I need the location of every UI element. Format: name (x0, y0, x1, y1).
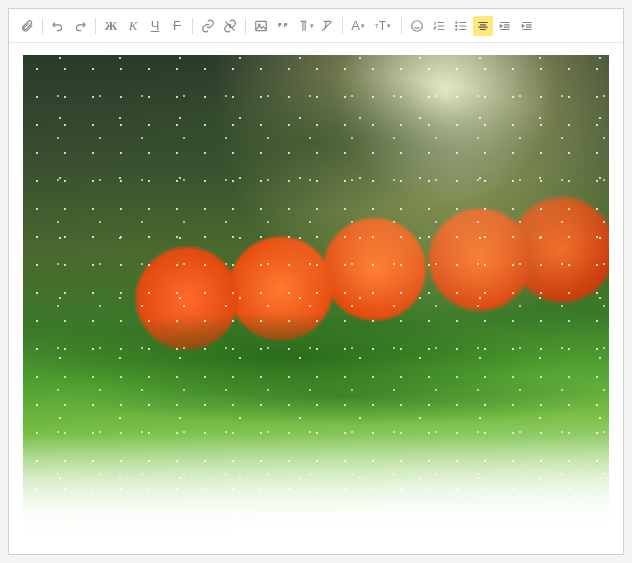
separator (245, 18, 246, 34)
quote-button[interactable] (273, 16, 293, 36)
separator (42, 18, 43, 34)
image-button[interactable] (251, 16, 271, 36)
svg-point-3 (456, 21, 457, 22)
emoji-button[interactable] (407, 16, 427, 36)
clear-format-button[interactable] (317, 16, 337, 36)
link-button[interactable] (198, 16, 218, 36)
separator (401, 18, 402, 34)
undo-button[interactable] (48, 16, 68, 36)
strikethrough-button[interactable]: F (167, 16, 187, 36)
svg-point-2 (412, 20, 423, 31)
redo-button[interactable] (70, 16, 90, 36)
image-placeholder (23, 55, 609, 542)
editor-container: Ж К Ч F ▾ A ▾ тТ ▾ (8, 8, 624, 555)
separator (95, 18, 96, 34)
inserted-image[interactable] (23, 55, 609, 542)
toolbar: Ж К Ч F ▾ A ▾ тТ ▾ (9, 9, 623, 43)
separator (342, 18, 343, 34)
unordered-list-button[interactable] (451, 16, 471, 36)
svg-point-4 (456, 25, 457, 26)
unlink-button[interactable] (220, 16, 240, 36)
italic-button[interactable]: К (123, 16, 143, 36)
attach-button[interactable] (17, 16, 37, 36)
paragraph-button[interactable]: ▾ (295, 16, 315, 36)
separator (192, 18, 193, 34)
align-button[interactable] (473, 16, 493, 36)
bold-button[interactable]: Ж (101, 16, 121, 36)
svg-rect-0 (256, 21, 267, 30)
underline-button[interactable]: Ч (145, 16, 165, 36)
indent-decrease-button[interactable] (495, 16, 515, 36)
font-color-button[interactable]: A ▾ (348, 16, 368, 36)
font-color-label: A (351, 18, 360, 33)
editor-content[interactable] (9, 43, 623, 554)
font-size-button[interactable]: тТ ▾ (370, 16, 396, 36)
svg-point-5 (456, 28, 457, 29)
indent-increase-button[interactable] (517, 16, 537, 36)
ordered-list-button[interactable] (429, 16, 449, 36)
